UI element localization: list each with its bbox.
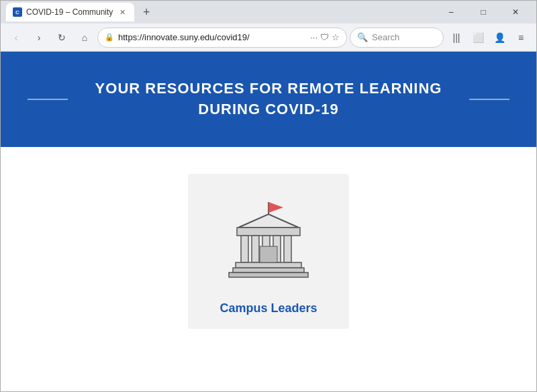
restore-button[interactable]: □ [468,1,499,23]
back-button[interactable]: ‹ [6,28,26,48]
address-bar[interactable]: 🔒 https://innovate.suny.edu/covid19/ ···… [97,28,347,48]
svg-rect-5 [252,236,259,262]
bookmarks-button[interactable]: ||| [446,28,467,48]
svg-marker-2 [238,214,299,228]
account-button[interactable]: 👤 [489,28,509,48]
search-bar[interactable]: 🔍 Search [350,28,444,48]
svg-rect-11 [229,273,308,277]
minimize-button[interactable]: – [436,1,467,23]
lock-icon: 🔒 [105,33,114,42]
hero-title: YOUR RESOURCES FOR REMOTE LEARNINGDURING… [95,79,442,120]
svg-rect-9 [236,262,301,268]
campus-leaders-illustration [218,194,319,288]
forward-button[interactable]: › [29,28,49,48]
tab-overview-button[interactable]: ⬜ [468,28,488,48]
navigation-bar: ‹ › ↻ ⌂ 🔒 https://innovate.suny.edu/covi… [1,23,536,52]
title-bar: C COVID-19 – Community ✕ + – □ ✕ [1,1,536,23]
more-icon[interactable]: ··· [310,32,318,42]
campus-leaders-card[interactable]: Campus Leaders [188,174,349,329]
bookmark-star-icon[interactable]: ☆ [332,32,340,42]
window-controls: – □ ✕ [436,1,531,23]
svg-rect-3 [237,228,300,236]
nav-right-controls: ||| ⬜ 👤 ≡ [446,28,531,48]
tab-title: COVID-19 – Community [26,7,113,17]
browser-window: C COVID-19 – Community ✕ + – □ ✕ ‹ › ↻ ⌂… [0,0,537,392]
svg-marker-1 [268,202,283,213]
page-content: YOUR RESOURCES FOR REMOTE LEARNINGDURING… [1,52,536,391]
close-button[interactable]: ✕ [500,1,531,23]
tab-close-button[interactable]: ✕ [117,7,128,17]
hero-banner: YOUR RESOURCES FOR REMOTE LEARNINGDURING… [1,52,536,147]
browser-tab[interactable]: C COVID-19 – Community ✕ [6,3,134,21]
svg-rect-10 [233,268,304,273]
tab-favicon: C [13,7,22,17]
svg-rect-8 [284,236,291,262]
campus-leaders-title: Campus Leaders [219,301,317,315]
refresh-button[interactable]: ↻ [52,28,72,48]
svg-rect-4 [241,236,248,262]
shield-icon: 🛡 [320,32,329,42]
url-actions: ··· 🛡 ☆ [310,32,340,42]
menu-button[interactable]: ≡ [511,28,531,48]
new-tab-button[interactable]: + [137,3,156,21]
search-icon: 🔍 [357,32,368,42]
url-text: https://innovate.suny.edu/covid19/ [118,32,306,42]
search-placeholder: Search [372,32,399,42]
home-button[interactable]: ⌂ [75,28,95,48]
cards-section: Campus Leaders [1,147,536,349]
svg-rect-12 [260,246,277,262]
